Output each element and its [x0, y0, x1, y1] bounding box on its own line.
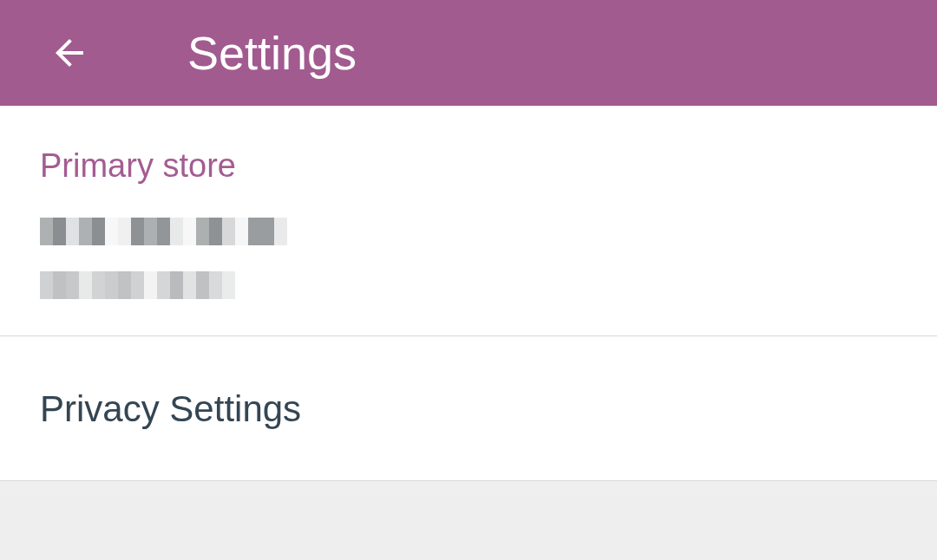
- primary-store-section-header: Primary store: [0, 106, 937, 207]
- primary-store-subvalue-obscured: [40, 271, 897, 299]
- list-gap: [0, 481, 937, 497]
- privacy-settings-item[interactable]: Privacy Settings: [0, 336, 937, 480]
- primary-store-item[interactable]: [0, 207, 937, 335]
- page-title: Settings: [187, 26, 357, 80]
- arrow-left-icon: [49, 32, 90, 74]
- primary-store-value-obscured: [40, 218, 897, 245]
- back-button[interactable]: [47, 30, 92, 75]
- settings-content: Primary store: [0, 106, 937, 481]
- app-bar: Settings: [0, 0, 937, 106]
